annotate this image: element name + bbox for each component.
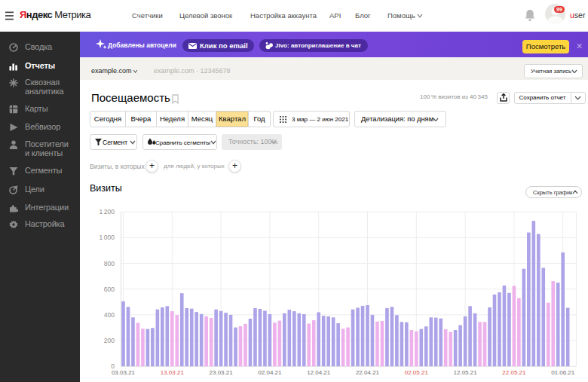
- svg-text:01.06.21: 01.06.21: [551, 369, 575, 376]
- svg-text:12.05.21: 12.05.21: [454, 369, 478, 376]
- svg-text:13.03.21: 13.03.21: [161, 369, 185, 376]
- svg-text:800: 800: [104, 260, 115, 267]
- svg-text:400: 400: [104, 311, 115, 319]
- svg-text:600: 600: [104, 286, 115, 293]
- svg-text:23.03.21: 23.03.21: [210, 369, 234, 376]
- svg-text:200: 200: [104, 337, 115, 344]
- svg-text:03.03.21: 03.03.21: [112, 369, 136, 376]
- svg-text:22.05.21: 22.05.21: [502, 369, 526, 376]
- svg-text:1 000: 1 000: [99, 234, 115, 241]
- svg-text:02.04.21: 02.04.21: [258, 369, 282, 376]
- svg-text:1 200: 1 200: [99, 208, 115, 215]
- svg-text:02.05.21: 02.05.21: [405, 369, 429, 376]
- svg-text:22.04.21: 22.04.21: [356, 369, 380, 376]
- svg-text:12.04.21: 12.04.21: [307, 369, 331, 376]
